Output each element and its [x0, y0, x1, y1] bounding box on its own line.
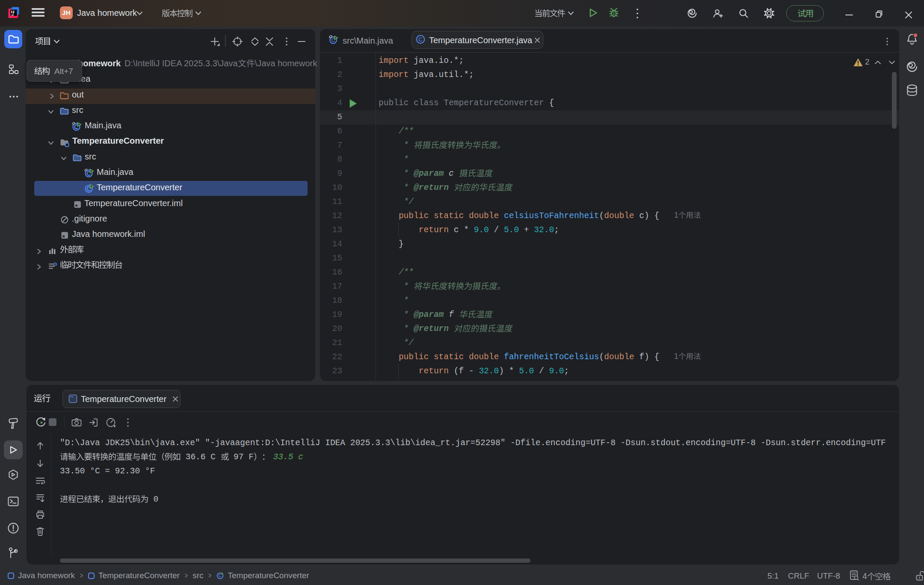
- svg-text:C: C: [418, 36, 422, 43]
